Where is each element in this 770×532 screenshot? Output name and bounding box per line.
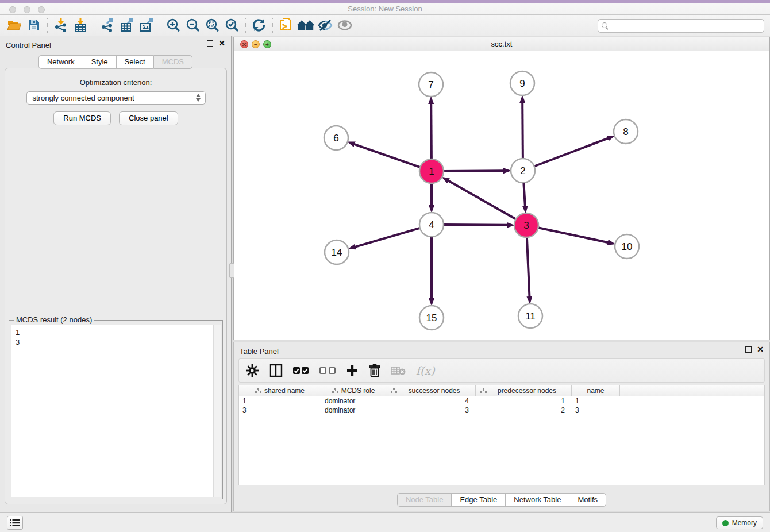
- close-panel-icon[interactable]: ✕: [218, 40, 225, 47]
- column-type-icon: [255, 388, 261, 394]
- edge-4-14[interactable]: [355, 228, 420, 247]
- tab-style[interactable]: Style: [83, 55, 116, 69]
- node-label-14: 14: [332, 247, 342, 258]
- column-type-icon: [391, 388, 397, 394]
- tab-select[interactable]: Select: [116, 55, 153, 69]
- edge-2-3[interactable]: [523, 183, 525, 206]
- column-header-successor-nodes[interactable]: successor nodes: [386, 385, 476, 396]
- network-window-title: scc.txt: [234, 40, 769, 48]
- deselect-all-icon[interactable]: [319, 367, 336, 375]
- delete-column-icon[interactable]: [369, 364, 380, 377]
- network-canvas[interactable]: 7968124314101511: [234, 51, 769, 340]
- mcds-result-area[interactable]: 1 3: [11, 325, 221, 497]
- toggle-column-panel-icon[interactable]: [269, 364, 283, 377]
- table-row[interactable]: 1dominator411: [239, 396, 764, 406]
- tab-edge-table[interactable]: Edge Table: [451, 493, 505, 507]
- open-session-icon[interactable]: [5, 17, 24, 34]
- edge-3-11[interactable]: [527, 237, 530, 297]
- edge-2-9[interactable]: [522, 102, 523, 159]
- window-title: Session: New Session: [0, 5, 770, 13]
- edge-2-8[interactable]: [534, 138, 609, 167]
- table-cell[interactable]: 1: [572, 396, 620, 406]
- import-table-icon[interactable]: [71, 17, 90, 34]
- edge-1-6[interactable]: [354, 144, 420, 167]
- table-cell[interactable]: 3: [386, 406, 476, 415]
- network-window: ✕ − + scc.txt 7968124314101511: [233, 37, 770, 340]
- table-cell[interactable]: 3: [572, 406, 620, 415]
- table-cell[interactable]: dominator: [321, 406, 386, 415]
- node-label-7: 7: [428, 79, 433, 90]
- show-panel-icon[interactable]: [335, 17, 355, 34]
- tab-network-table[interactable]: Network Table: [505, 493, 569, 507]
- zoom-in-icon[interactable]: [164, 17, 183, 34]
- close-panel-button[interactable]: Close panel: [119, 111, 178, 125]
- edge-1-7[interactable]: [431, 103, 432, 159]
- export-image-icon[interactable]: [137, 17, 156, 34]
- node-label-8: 8: [623, 126, 628, 137]
- search-icon: [602, 22, 609, 30]
- tab-mcds[interactable]: MCDS: [153, 55, 192, 69]
- settings-gear-icon[interactable]: [246, 364, 259, 377]
- edge-3-1[interactable]: [448, 180, 516, 219]
- node-label-6: 6: [333, 133, 338, 144]
- run-mcds-button[interactable]: Run MCDS: [53, 111, 111, 125]
- zoom-fit-icon[interactable]: [203, 17, 222, 34]
- memory-status-icon: [722, 520, 729, 526]
- import-network-icon[interactable]: [51, 17, 71, 34]
- table-cell[interactable]: dominator: [321, 396, 386, 406]
- node-label-11: 11: [525, 311, 536, 322]
- table-cell[interactable]: 2: [476, 406, 572, 415]
- float-panel-icon[interactable]: [207, 40, 213, 47]
- home-icon[interactable]: [296, 17, 315, 34]
- table-cell[interactable]: 3: [239, 406, 321, 415]
- table-row[interactable]: 3dominator323: [239, 406, 764, 415]
- column-header-name[interactable]: name: [572, 385, 620, 396]
- node-label-1: 1: [429, 166, 434, 177]
- float-table-panel-icon[interactable]: [745, 346, 752, 353]
- add-column-icon[interactable]: [346, 364, 359, 377]
- tab-node-table[interactable]: Node Table: [397, 493, 452, 507]
- optimization-criterion-select[interactable]: strongly connected component: [26, 91, 206, 105]
- result-scrollbar[interactable]: [213, 325, 221, 497]
- select-stepper-icon: [196, 94, 201, 102]
- export-network-icon[interactable]: [98, 17, 117, 34]
- close-table-panel-icon[interactable]: ✕: [757, 346, 764, 353]
- mcds-result-line: 3: [16, 337, 221, 347]
- tab-network[interactable]: Network: [38, 55, 83, 69]
- refresh-network-icon[interactable]: [249, 17, 269, 34]
- network-from-file-icon[interactable]: [276, 17, 296, 34]
- column-header-mcds-role[interactable]: MCDS role: [321, 385, 386, 396]
- table-tabs: Node Table Edge Table Network Table Moti…: [234, 493, 769, 507]
- control-panel-title: Control Panel: [6, 41, 51, 49]
- save-session-icon[interactable]: [24, 17, 44, 34]
- table-cell[interactable]: 1: [239, 396, 321, 406]
- edge-1-2[interactable]: [444, 171, 504, 171]
- node-label-4: 4: [429, 219, 434, 230]
- zoom-selected-icon[interactable]: [222, 17, 242, 34]
- hide-panel-icon[interactable]: [315, 17, 335, 34]
- export-table-icon[interactable]: [117, 17, 137, 34]
- memory-label: Memory: [732, 519, 757, 527]
- edge-4-3[interactable]: [444, 225, 507, 225]
- node-label-3: 3: [523, 220, 529, 231]
- table-cell[interactable]: 1: [476, 396, 572, 406]
- zoom-out-icon[interactable]: [183, 17, 203, 34]
- select-all-icon[interactable]: [293, 367, 309, 375]
- table-cell[interactable]: 4: [386, 396, 476, 406]
- column-header-predecessor-nodes[interactable]: predecessor nodes: [476, 385, 572, 396]
- search-field[interactable]: [598, 19, 764, 33]
- edge-3-10[interactable]: [538, 228, 609, 242]
- column-header-shared-name[interactable]: shared name: [239, 385, 321, 396]
- search-input[interactable]: [611, 20, 764, 32]
- function-builder-icon[interactable]: f(x): [416, 364, 435, 377]
- mcds-result-group: MCDS result (2 nodes) 1 3: [9, 320, 223, 499]
- optimization-criterion-label: Optimization criterion:: [5, 78, 226, 87]
- delete-table-icon[interactable]: [391, 365, 406, 376]
- tab-motifs[interactable]: Motifs: [569, 493, 606, 507]
- network-graph[interactable]: 7968124314101511: [234, 51, 769, 340]
- table-toolbar: f(x): [238, 358, 765, 383]
- memory-button[interactable]: Memory: [716, 516, 763, 529]
- task-history-button[interactable]: [7, 516, 23, 530]
- panel-divider-grip[interactable]: [229, 263, 234, 278]
- network-window-titlebar[interactable]: ✕ − + scc.txt: [234, 37, 769, 51]
